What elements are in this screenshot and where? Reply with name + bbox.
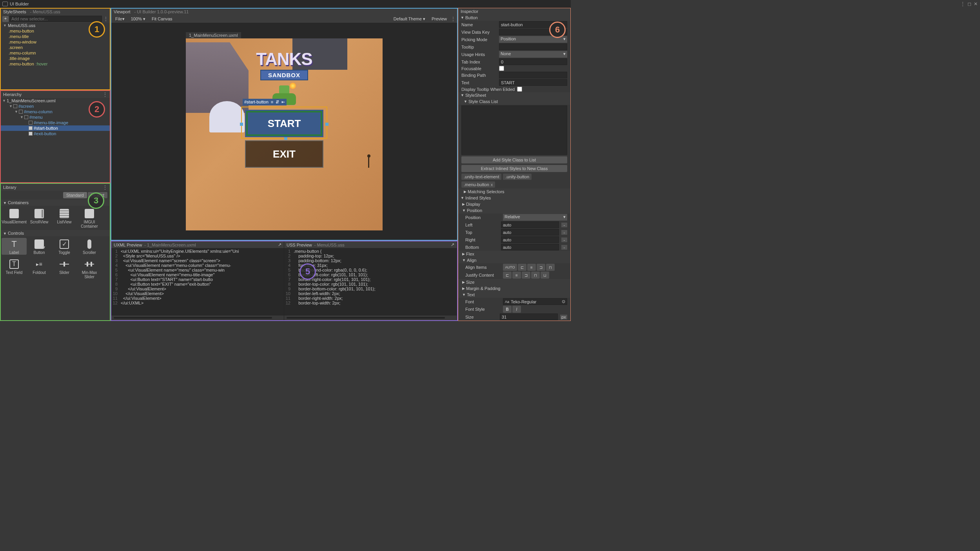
top-field[interactable]	[501, 229, 559, 236]
selector-item[interactable]: .menu-button:hover	[1, 61, 110, 67]
fontsize-field[interactable]	[500, 314, 558, 320]
uss-code[interactable]: 1.menu-button {2 padding-top: 12px;3 pad…	[284, 248, 457, 315]
foldout-flex[interactable]: ▶Flex	[458, 251, 570, 257]
foldout-matching[interactable]: ▶Matching Selectors	[458, 188, 570, 195]
kebab-icon[interactable]: ⋮	[103, 92, 107, 97]
lib-listview[interactable]: ListView	[52, 207, 77, 228]
hierarchy-item[interactable]: #menu-title-image	[1, 120, 110, 125]
window-controls[interactable]: ⋮ ◻ ✕	[960, 1, 978, 7]
lib-foldout[interactable]: ▸≡Foldout	[27, 258, 52, 279]
start-button[interactable]: START	[245, 110, 323, 137]
badge-6: 6	[549, 22, 566, 38]
selector-input[interactable]	[9, 16, 102, 22]
viewport-title: Viewport	[114, 9, 131, 14]
library-panel: 3 Library ⋮ Standard Project ▼Containers…	[0, 183, 111, 321]
badge-3: 3	[88, 192, 104, 209]
game-subtitle: SANDBOX	[260, 70, 308, 80]
file-menu[interactable]: File▾	[113, 16, 127, 22]
align-items-buttons[interactable]: AUTO⊏≡⊐⊓	[503, 264, 555, 271]
lib-minmaxslider[interactable]: Min-Max Slider	[77, 258, 102, 279]
window-title: UI Builder	[10, 2, 29, 6]
foldout-display[interactable]: ▶Display	[458, 201, 570, 207]
hierarchy-panel: 2 Hierarchy ⋮ ▼ 1_MainMenuScreen.uxml ▼#…	[0, 90, 111, 183]
lib-textfield[interactable]: TText Field	[2, 258, 27, 279]
theme-dropdown[interactable]: Default Theme ▾	[391, 16, 428, 22]
kebab-icon[interactable]: ⋮	[103, 185, 107, 190]
popout-icon[interactable]: ↗	[278, 242, 281, 247]
class-chip[interactable]: .unity-button	[503, 174, 532, 180]
hierarchy-item[interactable]: #exit-button	[1, 131, 110, 136]
lib-toggle[interactable]: ✓Toggle	[52, 238, 77, 255]
foldout-inlined[interactable]: ▼Inlined Styles	[458, 195, 570, 201]
foldout-text[interactable]: ▼Text	[458, 292, 570, 298]
class-chip[interactable]: .unity-text-element	[461, 174, 501, 180]
class-chip[interactable]: .menu-buttonx	[461, 181, 495, 188]
position-select[interactable]: Relative▾	[503, 214, 567, 221]
fit-canvas-button[interactable]: Fit Canvas	[149, 16, 175, 22]
add-selector-button[interactable]: +	[2, 16, 9, 22]
section-button[interactable]: ▼Button	[458, 14, 570, 21]
inspector-title: Inspector	[461, 9, 478, 14]
kebab-icon[interactable]: ⋮	[960, 1, 965, 7]
justify-content-buttons[interactable]: ⊏≡⊐⊓⊔	[503, 272, 549, 279]
align-icon[interactable]: ⇵	[276, 100, 279, 105]
canvas-area[interactable]: 1_MainMenuScreen.uxml TANKS SANDBOX	[111, 23, 457, 240]
scrollbar[interactable]	[284, 315, 457, 320]
remove-chip-icon[interactable]: x	[491, 182, 493, 187]
lib-slider[interactable]: Slider	[52, 258, 77, 279]
popout-icon[interactable]: ↗	[451, 242, 454, 247]
foldout-scl[interactable]: ▼Style Class List	[458, 98, 570, 105]
hierarchy-item-selected[interactable]: #start-button	[1, 125, 110, 131]
align-icon[interactable]: ≡	[271, 100, 273, 105]
lib-label[interactable]: TLabel	[2, 238, 27, 255]
font-field[interactable]: AaTeko-Regular⊙	[503, 298, 567, 305]
usagehints-select[interactable]: None▾	[499, 51, 567, 58]
bottom-field[interactable]	[501, 244, 559, 250]
selection-label: #start-button ≡ ⇵ ⇤	[243, 99, 287, 105]
lib-visualelement[interactable]: VisualElement	[2, 207, 27, 228]
canvas[interactable]: TANKS SANDBOX	[186, 38, 383, 230]
close-icon[interactable]: ✕	[974, 1, 978, 7]
foldout-align[interactable]: ▼Align	[458, 257, 570, 263]
selector-item[interactable]: .screen	[1, 45, 110, 50]
foldout-stylesheet[interactable]: ▼StyleSheet	[458, 92, 570, 98]
foldout-size[interactable]: ▶Size	[458, 279, 570, 285]
text-field[interactable]	[499, 79, 567, 86]
kebab-icon[interactable]: ⋮	[103, 16, 108, 22]
library-title: Library	[3, 185, 16, 190]
tooltip-field[interactable]	[499, 44, 567, 50]
window-icon	[2, 2, 8, 6]
align-icon[interactable]: ⇤	[281, 100, 285, 105]
tab-standard[interactable]: Standard	[63, 192, 87, 198]
uxml-preview-title: UXML Preview	[114, 243, 142, 247]
focusable-checkbox[interactable]	[499, 66, 504, 71]
exit-button[interactable]: EXIT	[245, 140, 323, 168]
scrollbar[interactable]	[111, 315, 284, 320]
selector-item[interactable]: .menu-window	[1, 39, 110, 45]
extract-button[interactable]: Extract Inlined Styles to New Class	[461, 165, 567, 172]
stylesheets-panel: 1 StyleSheets - MenuUSS.uss + ⋮ ▼ MenuUS…	[0, 8, 111, 90]
lib-imgui[interactable]: IMGUI Container	[77, 207, 102, 228]
lib-scroller[interactable]: Scroller	[77, 238, 102, 255]
game-logo: TANKS	[256, 49, 312, 69]
uxml-code[interactable]: 1<ui:UXML xmlns:ui="UnityEngine.UIElemen…	[111, 248, 284, 315]
class-input[interactable]	[461, 105, 567, 155]
maximize-icon[interactable]: ◻	[967, 1, 971, 7]
selector-item[interactable]: .title-image	[1, 56, 110, 61]
dtwe-checkbox[interactable]	[517, 87, 522, 92]
add-class-button[interactable]: Add Style Class to List	[461, 156, 567, 163]
bindingpath-field[interactable]	[499, 72, 567, 78]
foldout-position[interactable]: ▼Position	[458, 207, 570, 214]
kebab-icon[interactable]: ⋮	[451, 16, 456, 22]
stylesheets-title: StyleSheets	[3, 9, 26, 14]
left-field[interactable]	[501, 221, 559, 228]
tabindex-field[interactable]	[499, 58, 567, 65]
preview-button[interactable]: Preview	[429, 16, 449, 22]
lib-scrollview[interactable]: ScrollView	[27, 207, 52, 228]
foldout-margin[interactable]: ▶Margin & Padding	[458, 285, 570, 292]
selector-item[interactable]: .menu-column	[1, 50, 110, 56]
font-style-buttons[interactable]: BI	[503, 306, 521, 313]
right-field[interactable]	[501, 236, 559, 243]
lib-button[interactable]: ▾Button	[27, 238, 52, 255]
zoom-dropdown[interactable]: 100% ▾	[129, 16, 148, 22]
